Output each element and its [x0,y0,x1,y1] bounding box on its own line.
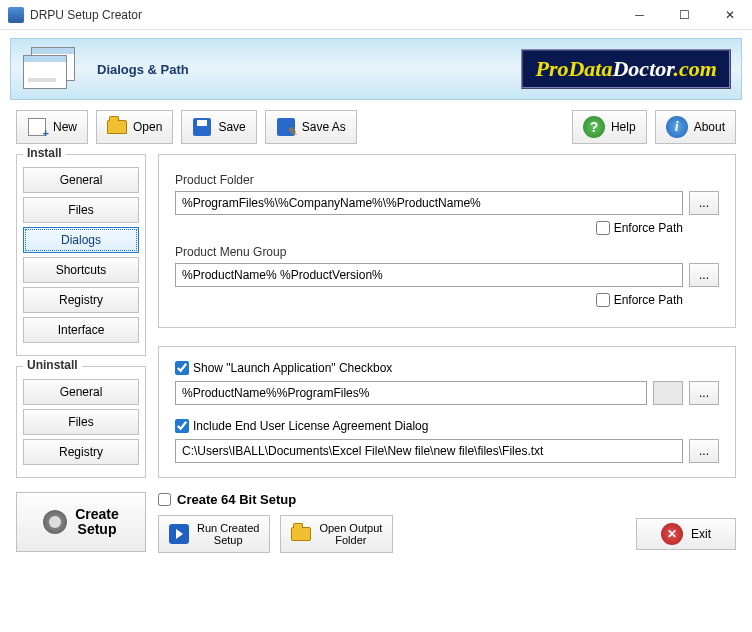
uninstall-group: Uninstall General Files Registry [16,366,146,478]
launch-checkbox[interactable]: Show "Launch Application" Checkbox [175,361,719,375]
banner: Dialogs & Path ProDataDoctor.com [10,38,742,100]
page-title: Dialogs & Path [97,62,189,77]
product-menu-label: Product Menu Group [175,245,719,259]
run-created-setup-button[interactable]: Run Created Setup [158,515,270,553]
create-setup-label: Create Setup [75,507,119,538]
launch-path-input[interactable] [175,381,647,405]
help-button[interactable]: ?Help [572,110,647,144]
new-icon [27,117,47,137]
sidebar-item-uninstall-registry[interactable]: Registry [23,439,139,465]
brand-logo: ProDataDoctor.com [521,49,731,89]
gear-icon [43,510,67,534]
exit-button[interactable]: ✕Exit [636,518,736,550]
product-folder-label: Product Folder [175,173,719,187]
product-paths-panel: Product Folder ... Enforce Path Product … [158,154,736,328]
sidebar-item-uninstall-files[interactable]: Files [23,409,139,435]
product-folder-browse-button[interactable]: ... [689,191,719,215]
eula-browse-button[interactable]: ... [689,439,719,463]
install-group-title: Install [23,146,66,160]
product-menu-browse-button[interactable]: ... [689,263,719,287]
sidebar-item-files[interactable]: Files [23,197,139,223]
save-button[interactable]: Save [181,110,256,144]
open-icon [107,117,127,137]
sidebar-item-dialogs[interactable]: Dialogs [23,227,139,253]
product-menu-input[interactable] [175,263,683,287]
dialogs-icon [21,45,81,93]
sidebar-item-general[interactable]: General [23,167,139,193]
app-icon [8,7,24,23]
close-icon: ✕ [661,523,683,545]
launch-browse-button[interactable]: ... [689,381,719,405]
eula-checkbox[interactable]: Include End User License Agreement Dialo… [175,419,719,433]
sidebar-item-registry[interactable]: Registry [23,287,139,313]
product-folder-input[interactable] [175,191,683,215]
play-icon [169,524,189,544]
save-icon [192,117,212,137]
open-output-folder-button[interactable]: Open Output Folder [280,515,393,553]
sidebar-item-uninstall-general[interactable]: General [23,379,139,405]
uninstall-group-title: Uninstall [23,358,82,372]
close-button[interactable]: ✕ [707,0,752,30]
folder-icon [291,527,311,541]
save-as-icon [276,117,296,137]
product-folder-enforce-checkbox[interactable]: Enforce Path [596,221,683,235]
eula-path-input[interactable] [175,439,683,463]
content: Product Folder ... Enforce Path Product … [158,154,736,488]
launch-disabled-button [653,381,683,405]
open-button[interactable]: Open [96,110,173,144]
new-button[interactable]: New [16,110,88,144]
about-button[interactable]: iAbout [655,110,736,144]
about-icon: i [666,116,688,138]
install-group: Install General Files Dialogs Shortcuts … [16,154,146,356]
save-as-button[interactable]: Save As [265,110,357,144]
help-icon: ? [583,116,605,138]
dialogs-panel: Show "Launch Application" Checkbox ... I… [158,346,736,478]
titlebar: DRPU Setup Creator ─ ☐ ✕ [0,0,752,30]
toolbar: New Open Save Save As ?Help iAbout [0,110,752,154]
maximize-button[interactable]: ☐ [662,0,707,30]
footer: Create Setup Create 64 Bit Setup Run Cre… [0,488,752,563]
product-menu-enforce-checkbox[interactable]: Enforce Path [596,293,683,307]
create-setup-button[interactable]: Create Setup [16,492,146,552]
create-64-checkbox[interactable]: Create 64 Bit Setup [158,492,736,507]
sidebar: Install General Files Dialogs Shortcuts … [16,154,146,488]
window-title: DRPU Setup Creator [30,8,617,22]
sidebar-item-shortcuts[interactable]: Shortcuts [23,257,139,283]
minimize-button[interactable]: ─ [617,0,662,30]
sidebar-item-interface[interactable]: Interface [23,317,139,343]
